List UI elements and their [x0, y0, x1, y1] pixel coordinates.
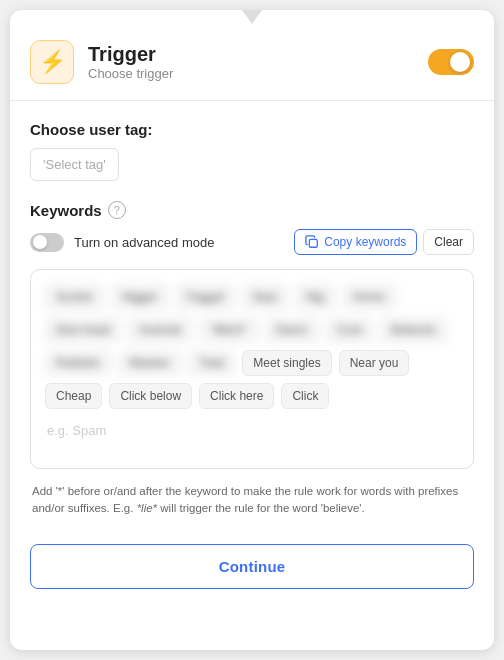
keyword-tag-near-you[interactable]: Near you — [339, 350, 410, 376]
connector — [10, 10, 494, 24]
keyword-tag[interactable]: Dick-head — [45, 317, 121, 343]
keyword-tag-meet-singles[interactable]: Meet singles — [242, 350, 331, 376]
svg-rect-0 — [310, 239, 318, 247]
keywords-tags: Sucker Nigger Faggot Nazi Nig Homo Dick-… — [45, 284, 459, 409]
info-text: Add '*' before or/and after the keyword … — [30, 483, 474, 518]
header-text: Trigger Choose trigger — [88, 43, 173, 81]
continue-button[interactable]: Continue — [30, 544, 474, 589]
help-icon[interactable]: ? — [108, 201, 126, 219]
advanced-mode-label: Turn on advanced mode — [74, 235, 214, 250]
toggle-track — [428, 49, 474, 75]
keyword-tag[interactable]: Nigger — [111, 284, 168, 310]
trigger-icon: ⚡ — [30, 40, 74, 84]
user-tag-label: Choose user tag: — [30, 121, 474, 138]
keyword-tag-click-here[interactable]: Click here — [199, 383, 274, 409]
copy-icon — [305, 235, 319, 249]
toggle-thumb — [450, 52, 470, 72]
keyword-tag[interactable]: Nig — [295, 284, 335, 310]
keyword-tag[interactable]: Damn — [265, 317, 319, 343]
lightning-icon: ⚡ — [39, 49, 66, 75]
copy-keywords-button[interactable]: Copy keywords — [294, 229, 417, 255]
user-tag-select[interactable]: 'Select tag' — [30, 148, 119, 181]
header-subtitle: Choose trigger — [88, 66, 173, 81]
keyword-tag[interactable]: Faggot — [176, 284, 235, 310]
keyword-tag[interactable]: Homo — [342, 284, 396, 310]
keyword-tag-cheap[interactable]: Cheap — [45, 383, 102, 409]
clear-button[interactable]: Clear — [423, 229, 474, 255]
advanced-mode-row: Turn on advanced mode Copy keywords Clea… — [30, 229, 474, 255]
header-title: Trigger — [88, 43, 173, 66]
keyword-tag[interactable]: Nazi — [242, 284, 288, 310]
keyword-tag[interactable]: Bollocks — [380, 317, 447, 343]
keywords-header: Keywords ? — [30, 201, 474, 219]
main-card: ⚡ Trigger Choose trigger Choose user tag… — [10, 10, 494, 650]
copy-keywords-label: Copy keywords — [324, 235, 406, 249]
body: Choose user tag: 'Select tag' Keywords ?… — [10, 101, 494, 544]
keyword-tag[interactable]: *Bitch* — [200, 317, 258, 343]
keyword-tag[interactable]: Wanker — [118, 350, 181, 376]
keyword-tag-click-below[interactable]: Click below — [109, 383, 192, 409]
keyword-tag[interactable]: Sucker — [45, 284, 104, 310]
user-tag-section: Choose user tag: 'Select tag' — [30, 121, 474, 181]
header-left: ⚡ Trigger Choose trigger — [30, 40, 173, 84]
keyword-tag[interactable]: Cunt — [326, 317, 373, 343]
keyword-tag[interactable]: Asshole — [128, 317, 193, 343]
connector-arrow — [242, 10, 262, 24]
keyword-tag[interactable]: Twat — [188, 350, 235, 376]
advanced-toggle-thumb — [33, 235, 47, 249]
keywords-title: Keywords — [30, 202, 102, 219]
keyword-tag-click[interactable]: Click — [281, 383, 329, 409]
advanced-left: Turn on advanced mode — [30, 233, 214, 252]
keywords-placeholder[interactable]: e.g. Spam — [45, 419, 459, 442]
advanced-mode-toggle[interactable] — [30, 233, 64, 252]
main-toggle[interactable] — [428, 49, 474, 75]
keyword-tag[interactable]: Rubbish — [45, 350, 111, 376]
footer: Continue — [10, 544, 494, 609]
advanced-buttons: Copy keywords Clear — [294, 229, 474, 255]
header: ⚡ Trigger Choose trigger — [10, 24, 494, 101]
keywords-box: Sucker Nigger Faggot Nazi Nig Homo Dick-… — [30, 269, 474, 469]
